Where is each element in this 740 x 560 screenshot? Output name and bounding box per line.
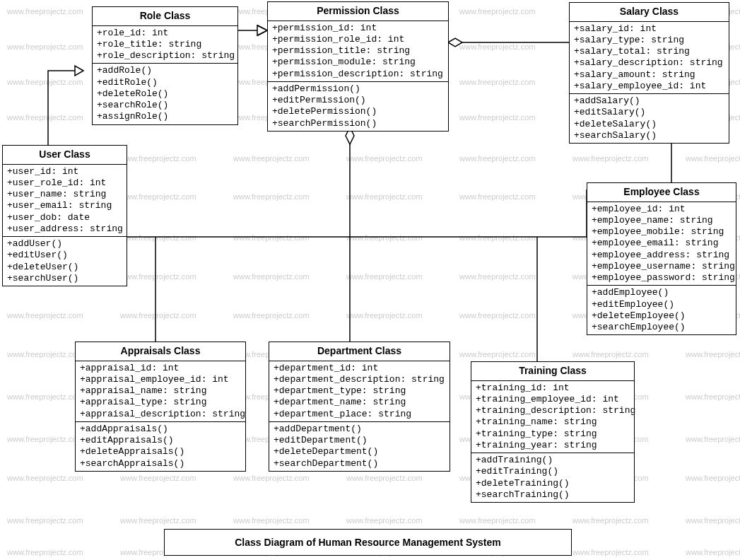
class-line: +department_type: string <box>274 385 445 397</box>
class-line: +searchPermission() <box>272 118 444 129</box>
class-operations: +addRole()+editRole()+deleteRole()+searc… <box>93 64 237 124</box>
class-line: +user_id: int <box>7 166 122 177</box>
class-line: +department_name: string <box>274 397 445 408</box>
watermark-text: www.freeprojectz.com <box>120 272 196 281</box>
class-line: +training_type: string <box>476 428 630 440</box>
watermark-text: www.freeprojectz.com <box>120 154 196 163</box>
class-line: +searchTraining() <box>476 489 630 501</box>
class-line: +editTraining() <box>476 466 630 477</box>
class-operations: +addEmployee()+editEmployee()+deleteEmpl… <box>587 286 736 334</box>
class-line: +department_description: string <box>274 374 445 385</box>
class-line: +employee_mobile: string <box>592 226 732 238</box>
class-line: +department_place: string <box>274 409 445 420</box>
class-line: +employee_address: string <box>592 250 732 261</box>
watermark-text: www.freeprojectz.com <box>459 7 536 16</box>
class-role: Role Class +role_id: int+role_title: str… <box>92 6 238 125</box>
class-line: +appraisal_employee_id: int <box>80 374 241 385</box>
class-line: +addTraining() <box>476 455 630 466</box>
class-line: +deletePermission() <box>272 106 444 117</box>
watermark-text: www.freeprojectz.com <box>459 516 536 525</box>
watermark-text: www.freeprojectz.com <box>346 474 423 482</box>
class-department: Department Class +department_id: int+dep… <box>269 342 450 472</box>
class-line: +searchDepartment() <box>274 458 445 469</box>
watermark-text: www.freeprojectz.com <box>459 233 536 242</box>
class-line: +editDepartment() <box>274 435 445 446</box>
class-line: +user_role_id: int <box>7 177 122 189</box>
class-line: +assignRole() <box>97 111 233 122</box>
watermark-text: www.freeprojectz.com <box>7 548 83 556</box>
class-line: +training_id: int <box>476 383 630 394</box>
class-line: +appraisal_type: string <box>80 397 241 408</box>
watermark-text: www.freeprojectz.com <box>459 154 536 163</box>
class-line: +deleteRole() <box>97 88 233 100</box>
class-line: +employee_username: string <box>592 261 732 272</box>
class-line: +deleteUser() <box>7 262 122 273</box>
watermark-text: www.freeprojectz.com <box>233 192 310 201</box>
class-line: +addRole() <box>97 65 233 76</box>
class-line: +deleteSalary() <box>574 119 724 130</box>
class-attributes: +permission_id: int+permission_role_id: … <box>268 21 448 82</box>
class-line: +addEmployee() <box>592 287 732 298</box>
class-permission: Permission Class +permission_id: int+per… <box>267 1 449 132</box>
class-line: +training_name: string <box>476 416 630 428</box>
class-training: Training Class +training_id: int+trainin… <box>471 361 635 503</box>
class-line: +salary_type: string <box>574 35 724 46</box>
class-line: +searchAppraisals() <box>80 458 241 469</box>
watermark-text: www.freeprojectz.com <box>572 548 649 556</box>
class-attributes: +salary_id: int+salary_type: string+sala… <box>570 22 729 95</box>
watermark-text: www.freeprojectz.com <box>572 350 649 358</box>
class-line: +addUser() <box>7 238 122 250</box>
watermark-text: www.freeprojectz.com <box>346 311 423 320</box>
class-line: +addPermission() <box>272 83 444 95</box>
class-line: +deleteAppraisals() <box>80 446 241 457</box>
watermark-text: www.freeprojectz.com <box>233 272 310 281</box>
class-line: +appraisal_name: string <box>80 385 241 397</box>
class-line: +user_dob: date <box>7 212 122 223</box>
watermark-text: www.freeprojectz.com <box>686 154 740 163</box>
class-line: +user_name: string <box>7 189 122 200</box>
watermark-text: www.freeprojectz.com <box>233 154 310 163</box>
class-line: +permission_module: string <box>272 57 444 68</box>
watermark-text: www.freeprojectz.com <box>7 474 83 482</box>
watermark-text: www.freeprojectz.com <box>7 350 83 358</box>
watermark-text: www.freeprojectz.com <box>233 233 310 242</box>
class-line: +searchEmployee() <box>592 322 732 333</box>
class-attributes: +user_id: int+user_role_id: int+user_nam… <box>3 165 127 238</box>
class-line: +deleteEmployee() <box>592 310 732 322</box>
class-line: +training_year: string <box>476 440 630 451</box>
class-title: Employee Class <box>587 183 736 202</box>
watermark-text: www.freeprojectz.com <box>7 113 83 122</box>
watermark-text: www.freeprojectz.com <box>686 516 740 525</box>
svg-marker-4 <box>448 38 462 47</box>
class-attributes: +role_id: int+role_title: string+role_de… <box>93 26 237 64</box>
class-attributes: +training_id: int+training_employee_id: … <box>471 381 634 454</box>
class-attributes: +appraisal_id: int+appraisal_employee_id… <box>76 361 245 422</box>
watermark-text: www.freeprojectz.com <box>459 42 536 51</box>
class-line: +user_address: string <box>7 223 122 235</box>
class-operations: +addTraining()+editTraining()+deleteTrai… <box>471 453 634 502</box>
watermark-text: www.freeprojectz.com <box>7 311 83 320</box>
class-title: Appraisals Class <box>76 342 245 361</box>
class-user: User Class +user_id: int+user_role_id: i… <box>2 145 127 286</box>
class-line: +salary_employee_id: int <box>574 81 724 92</box>
class-line: +addAppraisals() <box>80 424 241 435</box>
class-salary: Salary Class +salary_id: int+salary_type… <box>569 2 729 144</box>
class-operations: +addUser()+editUser()+deleteUser()+searc… <box>3 237 127 286</box>
class-title: User Class <box>3 146 127 165</box>
watermark-text: www.freeprojectz.com <box>459 78 536 86</box>
class-line: +salary_amount: string <box>574 69 724 81</box>
class-attributes: +employee_id: int+employee_name: string+… <box>587 202 736 286</box>
class-title: Department Class <box>269 342 450 361</box>
watermark-text: www.freeprojectz.com <box>459 350 536 358</box>
svg-marker-2 <box>257 25 267 35</box>
class-line: +salary_total: string <box>574 46 724 57</box>
class-line: +editEmployee() <box>592 299 732 310</box>
class-line: +employee_name: string <box>592 215 732 226</box>
watermark-text: www.freeprojectz.com <box>7 392 83 401</box>
watermark-text: www.freeprojectz.com <box>120 311 196 320</box>
class-line: +salary_id: int <box>574 23 724 35</box>
class-line: +role_description: string <box>97 50 233 62</box>
class-operations: +addSalary()+editSalary()+deleteSalary()… <box>570 94 729 143</box>
class-line: +editPermission() <box>272 95 444 106</box>
watermark-text: www.freeprojectz.com <box>346 272 423 281</box>
